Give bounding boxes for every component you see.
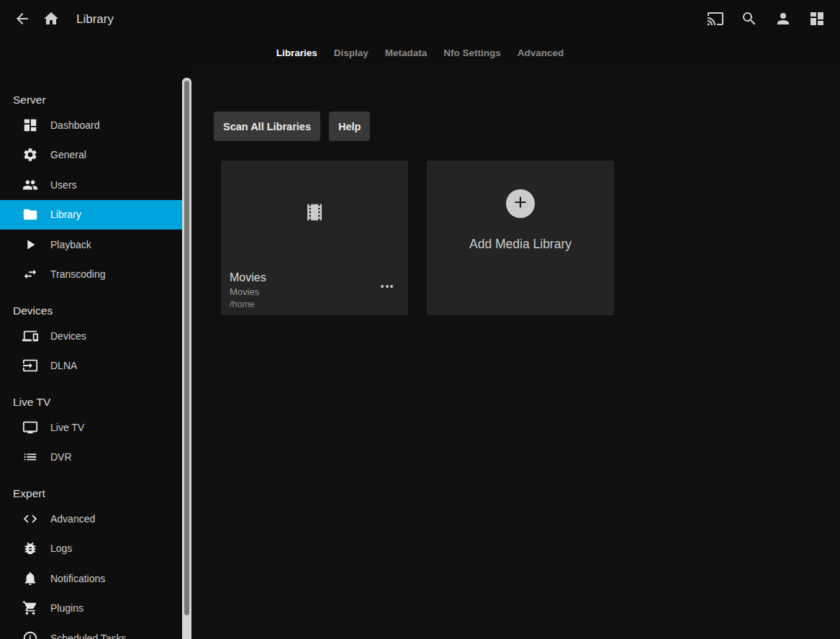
sidebar-item-dlna[interactable]: DLNA	[0, 351, 182, 381]
sidebar-item-label: DVR	[50, 451, 72, 463]
search-icon	[741, 10, 758, 30]
page-title: Library	[76, 12, 114, 27]
sidebar: Server Dashboard General Users Library	[0, 66, 191, 639]
clock-icon	[22, 630, 38, 639]
more-horiz-icon	[381, 285, 393, 288]
section-title-expert: Expert	[0, 486, 191, 501]
sidebar-item-label: Live TV	[50, 422, 84, 433]
section-title-devices: Devices	[0, 304, 191, 318]
back-button[interactable]	[8, 5, 37, 34]
help-button[interactable]: Help	[329, 112, 370, 141]
tab-metadata[interactable]: Metadata	[385, 45, 428, 61]
bug-icon	[22, 540, 38, 556]
tab-display[interactable]: Display	[334, 45, 369, 61]
dashboard-icon	[808, 10, 826, 30]
sidebar-item-label: Devices	[50, 330, 86, 342]
sidebar-section-livetv: Live TV Live TV DVR	[0, 395, 191, 472]
sidebar-item-dashboard[interactable]: Dashboard	[0, 110, 182, 140]
sidebar-item-label: Playback	[50, 239, 91, 250]
tab-libraries[interactable]: Libraries	[276, 45, 317, 61]
sidebar-item-general[interactable]: General	[0, 140, 182, 171]
sidebar-item-scheduled-tasks[interactable]: Scheduled Tasks	[0, 623, 182, 639]
plus-circle	[506, 189, 535, 218]
add-media-library-card[interactable]: Add Media Library	[427, 160, 614, 315]
tab-advanced[interactable]: Advanced	[518, 45, 564, 61]
library-more-button[interactable]	[376, 281, 397, 292]
sidebar-item-label: Users	[50, 179, 77, 191]
sidebar-item-label: Plugins	[50, 602, 83, 614]
section-title-livetv: Live TV	[0, 395, 191, 409]
tab-nfo-settings[interactable]: Nfo Settings	[443, 45, 501, 61]
section-title-server: Server	[0, 93, 191, 107]
list-icon	[22, 449, 38, 465]
back-arrow-icon	[14, 10, 31, 30]
home-icon	[42, 10, 60, 30]
sidebar-item-label: General	[50, 149, 86, 160]
sidebar-item-playback[interactable]: Playback	[0, 230, 182, 260]
code-icon	[22, 511, 38, 527]
users-icon	[22, 177, 38, 193]
sidebar-item-label: DLNA	[50, 360, 77, 371]
sidebar-scrollbar-thumb[interactable]	[184, 81, 189, 615]
sidebar-section-devices: Devices Devices DLNA	[0, 304, 191, 381]
gear-icon	[22, 147, 38, 163]
user-button[interactable]	[769, 5, 798, 34]
folder-icon	[22, 207, 38, 222]
sidebar-section-server: Server Dashboard General Users Library	[0, 93, 191, 289]
swap-arrows-icon	[22, 266, 38, 282]
sidebar-item-live-tv[interactable]: Live TV	[0, 412, 182, 443]
library-name: Movies	[230, 271, 399, 285]
sidebar-item-label: Library	[50, 209, 81, 220]
sidebar-item-label: Transcoding	[50, 268, 106, 280]
search-button[interactable]	[735, 5, 764, 34]
tv-icon	[22, 420, 38, 435]
sidebar-item-advanced[interactable]: Advanced	[0, 504, 182, 534]
add-media-library-label: Add Media Library	[469, 237, 572, 252]
settings-tabs: Libraries Display Metadata Nfo Settings …	[0, 39, 840, 66]
sidebar-scrollbar-track[interactable]	[182, 78, 191, 639]
library-card-movies[interactable]: Movies Movies /home	[221, 160, 408, 315]
library-path: /home	[230, 299, 399, 311]
cart-icon	[22, 600, 38, 616]
dashboard-icon	[22, 117, 38, 133]
sidebar-item-label: Logs	[50, 543, 72, 554]
sidebar-item-users[interactable]: Users	[0, 170, 182, 200]
film-icon	[304, 201, 325, 223]
scan-all-libraries-button[interactable]: Scan All Libraries	[214, 112, 320, 141]
play-icon	[22, 237, 38, 253]
sidebar-item-label: Advanced	[50, 513, 95, 525]
sidebar-item-logs[interactable]: Logs	[0, 534, 182, 564]
sidebar-item-plugins[interactable]: Plugins	[0, 594, 182, 624]
sidebar-item-label: Notifications	[50, 573, 105, 584]
sidebar-item-library[interactable]: Library	[0, 200, 182, 230]
library-card-image	[221, 160, 408, 263]
sidebar-section-expert: Expert Advanced Logs Notifications Plugi…	[0, 486, 191, 639]
input-icon	[22, 358, 38, 373]
home-button[interactable]	[37, 5, 66, 34]
dashboard-button[interactable]	[803, 5, 831, 34]
app-header: Library	[0, 0, 840, 39]
bell-icon	[22, 571, 38, 586]
sidebar-item-label: Scheduled Tasks	[50, 633, 127, 639]
sidebar-item-transcoding[interactable]: Transcoding	[0, 260, 182, 290]
sidebar-item-label: Dashboard	[50, 119, 100, 131]
sidebar-item-dvr[interactable]: DVR	[0, 443, 182, 473]
devices-icon	[22, 328, 38, 344]
plus-icon	[511, 193, 530, 214]
library-collection-type: Movies	[230, 285, 399, 299]
cast-button[interactable]	[701, 5, 730, 34]
user-icon	[774, 10, 792, 30]
sidebar-item-devices[interactable]: Devices	[0, 321, 182, 351]
sidebar-item-notifications[interactable]: Notifications	[0, 563, 182, 594]
library-settings-page: Scan All Libraries Help Movies Movies /h…	[191, 66, 840, 639]
cast-icon	[707, 10, 724, 30]
